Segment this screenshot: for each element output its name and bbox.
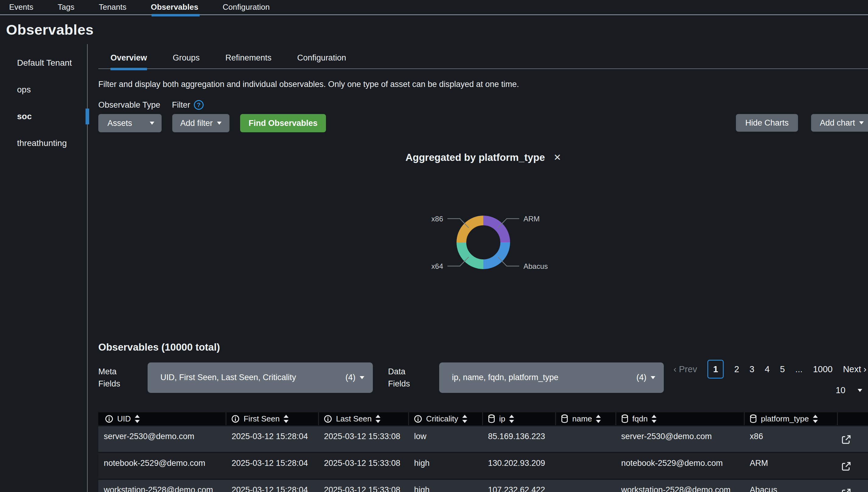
column-header-last-seen[interactable]: Last Seen <box>319 412 409 426</box>
sidebar-item-default-tenant[interactable]: Default Tenant <box>0 50 87 76</box>
chevron-down-icon <box>360 376 364 379</box>
hide-charts-button[interactable]: Hide Charts <box>736 114 798 132</box>
database-icon <box>488 414 495 423</box>
sort-icon <box>596 415 601 423</box>
cell-name <box>556 479 616 492</box>
intro-text: Filter and display both aggregation and … <box>98 78 534 90</box>
sort-icon <box>462 415 467 423</box>
open-external-icon[interactable] <box>841 488 851 492</box>
chart-title: Aggregated by platform_type <box>405 152 545 163</box>
tab-refinements[interactable]: Refinements <box>226 53 272 69</box>
meta-fields-value: UID, First Seen, Last Seen, Criticality <box>160 373 296 382</box>
cell-last-seen: 2025-03-12 15:33:08 <box>319 452 409 479</box>
database-icon <box>621 414 629 423</box>
table-row[interactable]: server-2530@demo.com 2025-03-12 15:28:04… <box>98 426 868 452</box>
donut-label-x86: x86 <box>431 215 443 223</box>
page-button-4[interactable]: 4 <box>765 364 770 374</box>
tab-configuration[interactable]: Configuration <box>297 53 346 69</box>
sort-icon <box>376 415 380 423</box>
donut-label-abacus: Abacus <box>523 262 548 270</box>
table-header-row: UID First Seen Last Seen Crit <box>98 412 868 426</box>
open-external-icon[interactable] <box>841 434 851 447</box>
database-icon <box>561 414 568 423</box>
filter-labels-row: Observable Type Filter ? <box>98 100 868 110</box>
page-button-5[interactable]: 5 <box>780 364 785 374</box>
page-title: Observables <box>6 21 868 38</box>
nav-item-observables[interactable]: Observables <box>151 2 198 12</box>
observables-page: Events Tags Tenants Observables Configur… <box>0 0 868 492</box>
sidebar-item-threathunting[interactable]: threathunting <box>0 130 87 156</box>
column-label: First Seen <box>243 414 280 424</box>
cell-name <box>556 452 616 479</box>
page-button-2[interactable]: 2 <box>734 364 739 374</box>
cell-uid: server-2530@demo.com <box>98 426 226 452</box>
column-header-uid[interactable]: UID <box>98 412 226 426</box>
close-icon[interactable]: ✕ <box>554 153 561 162</box>
page-size-value: 10 <box>836 385 845 395</box>
chevron-down-icon <box>150 122 154 125</box>
sidebar-item-ops[interactable]: ops <box>0 76 87 103</box>
sort-icon <box>813 415 818 423</box>
tab-groups[interactable]: Groups <box>173 53 200 69</box>
cell-platform-type: ARM <box>745 452 838 479</box>
add-chart-button[interactable]: Add chart <box>811 114 868 132</box>
data-fields-count: (4) <box>636 373 647 382</box>
page-button-3[interactable]: 3 <box>750 364 754 374</box>
column-label: platform_type <box>761 414 809 424</box>
data-fields-select[interactable]: ip, name, fqdn, platform_type (4) <box>439 363 664 393</box>
open-external-icon[interactable] <box>841 461 851 474</box>
cell-last-seen: 2025-03-12 15:33:08 <box>319 479 409 492</box>
column-header-platform-type[interactable]: platform_type <box>745 412 838 426</box>
next-page-button[interactable]: Next › <box>843 364 866 374</box>
pagination: ‹ Prev 1 2 3 4 5 ... 1000 Next › <box>674 360 866 378</box>
column-header-first-seen[interactable]: First Seen <box>226 412 319 426</box>
chevron-down-icon <box>859 121 864 124</box>
prev-label: Prev <box>679 364 697 374</box>
prev-page-button[interactable]: ‹ Prev <box>674 364 697 374</box>
page-button-1000[interactable]: 1000 <box>813 364 833 374</box>
tab-overview[interactable]: Overview <box>111 53 147 69</box>
nav-item-tags[interactable]: Tags <box>58 2 75 12</box>
donut-chart[interactable]: x86 ARM x64 Abacus <box>98 197 868 288</box>
table-row[interactable]: notebook-2529@demo.com 2025-03-12 15:28:… <box>98 452 868 479</box>
cell-fqdn: notebook-2529@demo.com <box>616 452 745 479</box>
chevron-down-icon <box>858 389 862 392</box>
fields-row: Meta Fields UID, First Seen, Last Seen, … <box>98 360 868 395</box>
meta-fields-select[interactable]: UID, First Seen, Last Seen, Criticality … <box>148 363 373 393</box>
observable-type-label: Observable Type <box>98 100 172 110</box>
sort-icon <box>652 415 656 423</box>
sidebar-item-soc[interactable]: soc <box>0 103 87 130</box>
cell-ip: 107.232.62.422 <box>483 479 556 492</box>
cell-ip: 85.169.136.223 <box>483 426 556 452</box>
table-row[interactable]: workstation-2528@demo.com 2025-03-12 15:… <box>98 479 868 492</box>
next-label: Next <box>843 364 861 374</box>
nav-item-configuration[interactable]: Configuration <box>223 2 270 12</box>
help-icon[interactable]: ? <box>194 100 204 110</box>
add-filter-button[interactable]: Add filter <box>172 114 230 132</box>
sort-icon <box>135 415 140 423</box>
column-header-actions <box>838 412 868 426</box>
find-observables-button[interactable]: Find Observables <box>240 114 326 132</box>
nav-item-events[interactable]: Events <box>9 2 33 12</box>
cell-uid: notebook-2529@demo.com <box>98 452 226 479</box>
observable-type-select[interactable]: Assets <box>98 114 162 132</box>
cell-fqdn: workstation-2528@demo.com <box>616 479 745 492</box>
page-size-select[interactable]: 10 <box>836 385 866 395</box>
tenant-sidebar: Default Tenant ops soc threathunting <box>0 44 88 492</box>
column-label: Criticality <box>426 414 458 424</box>
pagination-block: ‹ Prev 1 2 3 4 5 ... 1000 Next › 10 <box>674 360 868 395</box>
column-header-criticality[interactable]: Criticality <box>409 412 483 426</box>
cell-last-seen: 2025-03-12 15:33:08 <box>319 426 409 452</box>
add-filter-label: Add filter <box>180 119 213 128</box>
nav-item-tenants[interactable]: Tenants <box>99 2 126 12</box>
cell-first-seen: 2025-03-12 15:28:04 <box>226 479 319 492</box>
results-heading: Observables (10000 total) <box>98 342 868 353</box>
column-header-fqdn[interactable]: fqdn <box>616 412 745 426</box>
data-fields-label: Data Fields <box>388 366 425 390</box>
main-content: Overview Groups Refinements Configuratio… <box>88 44 868 492</box>
column-header-ip[interactable]: ip <box>483 412 556 426</box>
meta-fields-label: Meta Fields <box>98 366 135 390</box>
cell-criticality: low <box>409 426 483 452</box>
column-header-name[interactable]: name <box>556 412 616 426</box>
page-button-1[interactable]: 1 <box>707 360 724 378</box>
